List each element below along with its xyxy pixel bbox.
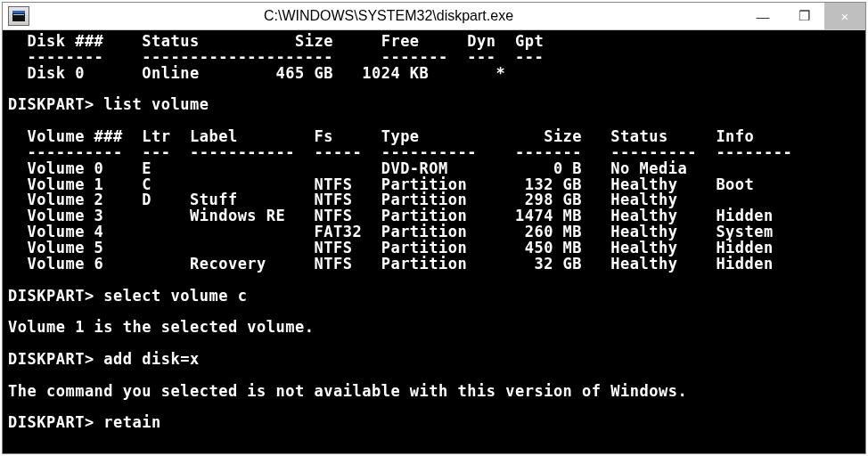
minimize-button[interactable]: — — [742, 3, 783, 29]
diskpart-window: C:\WINDOWS\SYSTEM32\diskpart.exe — ❐ × D… — [2, 2, 866, 454]
svg-rect-2 — [13, 14, 24, 15]
console-output[interactable]: Disk ### Status Size Free Dyn Gpt ------… — [3, 30, 865, 453]
titlebar[interactable]: C:\WINDOWS\SYSTEM32\diskpart.exe — ❐ × — [3, 3, 865, 30]
window-title: C:\WINDOWS\SYSTEM32\diskpart.exe — [35, 8, 742, 24]
maximize-button[interactable]: ❐ — [783, 3, 824, 29]
system-menu-icon[interactable] — [8, 6, 29, 26]
close-button[interactable]: × — [824, 3, 865, 29]
window-controls: — ❐ × — [742, 3, 865, 29]
svg-rect-0 — [12, 11, 25, 13]
